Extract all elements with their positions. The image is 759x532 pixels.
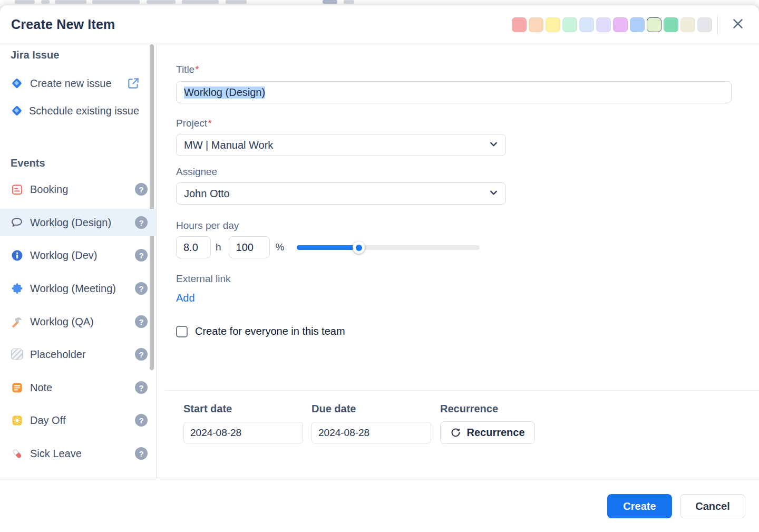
close-icon	[731, 17, 745, 33]
color-swatch[interactable]	[630, 17, 645, 32]
project-select[interactable]: MW | Manual Work	[176, 134, 506, 156]
add-external-link[interactable]: Add	[176, 292, 195, 304]
sidebar-item-label: Sick Leave	[30, 448, 82, 460]
external-link-label: External link	[176, 273, 231, 285]
sidebar-item-label: Day Off	[30, 414, 65, 427]
info-icon	[11, 249, 23, 262]
sidebar-item-label: Schedule existing issue	[29, 105, 139, 117]
sidebar-section-jira-issue: Jira Issue	[11, 49, 59, 61]
sidebar-item-create-new-issue[interactable]: Create new issue	[0, 70, 156, 97]
sidebar: Jira Issue Create new issue Schedule exi…	[0, 44, 157, 478]
color-swatch[interactable]	[664, 17, 678, 32]
project-select-value: MW | Manual Work	[184, 139, 273, 151]
help-icon[interactable]: ?	[135, 216, 148, 229]
puzzle-icon	[11, 282, 23, 295]
team-checkbox[interactable]	[176, 326, 188, 337]
sidebar-item-worklog-design[interactable]: Worklog (Design) ?	[0, 209, 156, 236]
sidebar-item-label: Note	[30, 382, 52, 394]
color-swatch[interactable]	[697, 17, 712, 32]
booking-icon	[11, 183, 23, 196]
title-input[interactable]: Worklog (Design)	[176, 81, 732, 103]
page-title: Create New Item	[11, 17, 115, 32]
title-label: Title*	[176, 64, 199, 75]
create-for-team-row[interactable]: Create for everyone in this team	[176, 325, 345, 337]
hours-per-day-label: Hours per day	[176, 220, 239, 231]
hours-slider[interactable]	[297, 236, 480, 258]
jira-icon	[11, 77, 23, 90]
form-panel: Title* Worklog (Design) Project* MW | Ma…	[157, 44, 759, 478]
project-label: Project*	[176, 118, 212, 129]
sidebar-item-booking[interactable]: Booking ?	[0, 176, 156, 203]
color-swatch[interactable]	[596, 17, 611, 32]
create-new-item-dialog: Create New Item Jira Issue Create new is…	[0, 5, 759, 532]
color-swatch[interactable]	[647, 17, 661, 32]
color-swatch[interactable]	[680, 17, 695, 32]
color-swatch[interactable]	[613, 17, 628, 32]
recurrence-button[interactable]: Recurrence	[440, 421, 535, 444]
help-icon[interactable]: ?	[135, 249, 148, 262]
chevron-down-icon	[489, 188, 498, 200]
color-swatch-row	[512, 17, 712, 32]
note-icon	[11, 381, 23, 394]
help-icon[interactable]: ?	[135, 381, 148, 394]
sun-icon	[11, 414, 23, 427]
percent-unit: %	[276, 241, 285, 253]
team-checkbox-label: Create for everyone in this team	[195, 325, 345, 337]
start-date-label: Start date	[183, 403, 232, 415]
hours-unit: h	[216, 241, 221, 253]
sidebar-section-events: Events	[11, 157, 45, 169]
help-icon[interactable]: ?	[135, 348, 148, 361]
pill-icon	[11, 447, 23, 460]
color-swatch[interactable]	[579, 17, 594, 32]
schedule-divider	[165, 390, 759, 391]
color-swatch[interactable]	[562, 17, 577, 32]
placeholder-hatch-icon	[11, 348, 23, 361]
sidebar-item-label: Worklog (Design)	[30, 217, 111, 229]
chat-bubble-icon	[11, 216, 23, 229]
sidebar-item-schedule-existing-issue[interactable]: Schedule existing issue	[0, 102, 156, 119]
color-swatch[interactable]	[512, 17, 527, 32]
sidebar-item-label: Worklog (Dev)	[30, 249, 97, 262]
sidebar-item-worklog-dev[interactable]: Worklog (Dev) ?	[0, 241, 156, 269]
sidebar-item-day-off[interactable]: Day Off ?	[0, 407, 156, 434]
help-icon[interactable]: ?	[135, 447, 148, 460]
sidebar-item-label: Worklog (QA)	[30, 316, 94, 328]
header-divider	[717, 14, 718, 35]
chevron-down-icon	[489, 139, 498, 151]
sidebar-item-label: Worklog (Meeting)	[30, 283, 116, 295]
assignee-select-value: John Otto	[184, 188, 230, 200]
close-button[interactable]	[729, 16, 746, 33]
sidebar-item-worklog-meeting[interactable]: Worklog (Meeting) ?	[0, 275, 156, 302]
recurrence-icon	[450, 427, 461, 438]
percent-input[interactable]: 100	[229, 236, 270, 258]
help-icon[interactable]: ?	[135, 282, 148, 295]
sidebar-item-placeholder[interactable]: Placeholder ?	[0, 341, 156, 368]
start-date-input[interactable]: 2024-08-28	[183, 422, 303, 443]
title-input-value: Worklog (Design)	[184, 86, 265, 99]
create-button[interactable]: Create	[607, 494, 672, 518]
due-date-input[interactable]: 2024-08-28	[312, 422, 431, 443]
sidebar-item-note[interactable]: Note ?	[0, 374, 156, 401]
help-icon[interactable]: ?	[135, 183, 148, 196]
assignee-select[interactable]: John Otto	[176, 182, 506, 205]
hours-per-day-row: 8.0 h 100 %	[176, 236, 480, 258]
external-link-icon[interactable]	[126, 76, 140, 90]
sidebar-item-label: Booking	[30, 183, 68, 196]
recurrence-label: Recurrence	[440, 403, 498, 415]
sidebar-item-sick-leave[interactable]: Sick Leave ?	[0, 440, 156, 467]
hours-input[interactable]: 8.0	[176, 236, 211, 258]
sidebar-item-label: Create new issue	[30, 78, 112, 90]
dialog-header: Create New Item	[0, 5, 759, 44]
sidebar-item-label: Placeholder	[30, 349, 86, 361]
cancel-button[interactable]: Cancel	[680, 494, 745, 518]
required-asterisk: *	[195, 64, 199, 75]
color-swatch[interactable]	[546, 17, 560, 32]
color-swatch[interactable]	[529, 17, 543, 32]
help-icon[interactable]: ?	[135, 414, 148, 427]
due-date-label: Due date	[312, 403, 356, 415]
hours-slider-thumb[interactable]	[353, 241, 365, 254]
sidebar-item-worklog-qa[interactable]: Worklog (QA) ?	[0, 308, 156, 335]
assignee-label: Assignee	[176, 166, 217, 178]
help-icon[interactable]: ?	[135, 315, 148, 328]
recurrence-button-label: Recurrence	[466, 427, 524, 439]
